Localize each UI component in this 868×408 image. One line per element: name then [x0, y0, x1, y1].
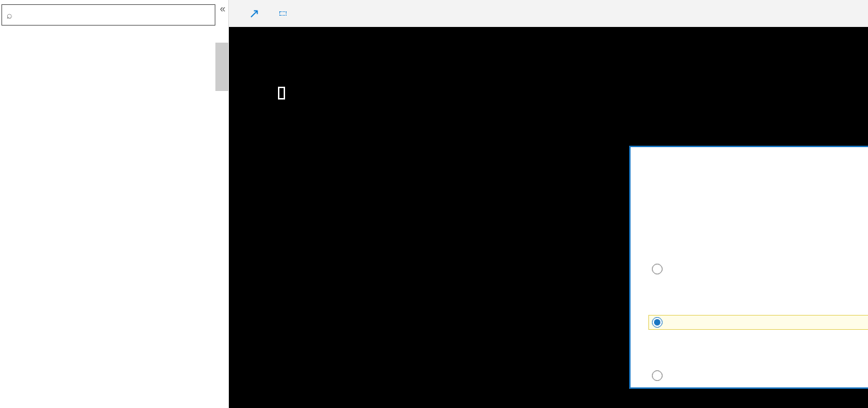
search-input[interactable]: ⌕: [1, 4, 215, 26]
sidebar-nav: [0, 30, 228, 60]
search-icon: ⌕: [6, 9, 12, 21]
external-link-icon: ↗: [249, 6, 259, 21]
keyboard-button[interactable]: [279, 11, 286, 16]
radio-reboot[interactable]: [649, 316, 868, 329]
feedback-button[interactable]: ↗: [245, 6, 259, 21]
sysrq-dialog: [629, 146, 868, 389]
console-cursor: [278, 87, 285, 100]
radio-help-output[interactable]: [649, 262, 868, 276]
radio-help-output-input[interactable]: [652, 264, 663, 274]
sidebar: ⌕ «: [0, 0, 229, 408]
radio-reboot-input[interactable]: [652, 317, 663, 328]
radio-crash-input[interactable]: [652, 370, 663, 381]
main-pane: ↗: [229, 0, 868, 408]
collapse-sidebar-icon[interactable]: «: [220, 3, 225, 14]
sidebar-section-settings: [0, 40, 228, 60]
serial-console[interactable]: [229, 27, 868, 408]
sidebar-scrollbar[interactable]: [215, 43, 228, 91]
radio-crash[interactable]: [649, 369, 868, 382]
toolbar: ↗: [229, 0, 868, 27]
